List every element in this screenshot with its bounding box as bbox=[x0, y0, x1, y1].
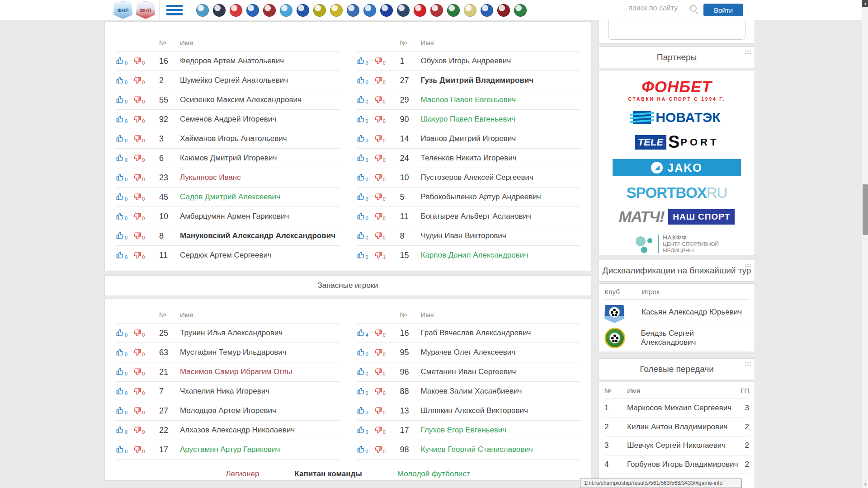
player-name[interactable]: Богатырев Альберт Асланович bbox=[421, 212, 531, 221]
club-logo[interactable] bbox=[481, 4, 493, 17]
thumbs-up-button[interactable]: 0 bbox=[357, 387, 368, 396]
thumbs-up-button[interactable]: 0 bbox=[357, 426, 368, 435]
fnl-cup-logo[interactable]: ФНЛ bbox=[136, 1, 156, 19]
player-name[interactable]: Макоев Залим Хасанбиевич bbox=[421, 387, 522, 396]
player-name[interactable]: Маслов Павел Евгеньевич bbox=[421, 95, 516, 104]
player-name[interactable]: Чхапелия Ника Игоревич bbox=[180, 387, 269, 396]
search-input[interactable] bbox=[628, 4, 686, 12]
player-name[interactable]: Федоров Артем Анатольевич bbox=[180, 56, 284, 66]
player-name[interactable]: Хайманов Игорь Анатольевич bbox=[180, 134, 287, 143]
player-name[interactable]: Пустозеров Алексей Сергеевич bbox=[421, 173, 533, 182]
player-name[interactable]: Трунин Илья Александрович bbox=[180, 328, 283, 338]
thumbs-down-button[interactable]: 0 bbox=[133, 212, 145, 221]
thumbs-down-button[interactable]: 0 bbox=[133, 387, 145, 396]
partner-logo-sportbox[interactable]: SPORTBOXRU bbox=[627, 184, 727, 202]
player-name[interactable]: Сметанин Иван Сергеевич bbox=[421, 367, 516, 376]
club-logo[interactable] bbox=[230, 4, 242, 17]
club-logo[interactable] bbox=[497, 4, 510, 17]
thumbs-up-button[interactable]: 0 bbox=[357, 348, 368, 357]
thumbs-down-button[interactable]: 0 bbox=[133, 56, 145, 66]
login-button[interactable]: Войти bbox=[703, 4, 743, 16]
player-name[interactable]: Иванов Дмитрий Игоревич bbox=[421, 134, 516, 143]
thumbs-up-button[interactable]: 0 bbox=[357, 445, 368, 454]
thumbs-up-button[interactable]: 0 bbox=[116, 387, 127, 396]
thumbs-down-button[interactable]: 0 bbox=[133, 426, 145, 435]
club-logo[interactable] bbox=[464, 4, 476, 17]
player-name[interactable]: Глухов Егор Евгеньевич bbox=[421, 426, 507, 435]
thumbs-down-button[interactable]: 1 bbox=[374, 251, 386, 260]
thumbs-up-button[interactable]: 0 bbox=[116, 445, 127, 454]
thumbs-down-button[interactable]: 0 bbox=[133, 231, 145, 240]
club-logo[interactable] bbox=[213, 4, 226, 17]
thumbs-up-button[interactable]: 0 bbox=[357, 212, 368, 221]
club-logo[interactable] bbox=[447, 4, 460, 17]
thumbs-up-button[interactable]: 0 bbox=[357, 367, 368, 376]
thumbs-down-button[interactable]: 0 bbox=[374, 95, 386, 104]
player-name[interactable]: Осипенко Максим Александрович bbox=[180, 95, 302, 104]
player-name[interactable]: Шумейко Сергей Анатольевич bbox=[180, 76, 288, 85]
thumbs-up-button[interactable]: 0 bbox=[357, 251, 368, 260]
player-name[interactable]: Арустамян Артур Гарикович bbox=[180, 445, 280, 454]
menu-icon[interactable] bbox=[166, 5, 183, 15]
player-name[interactable]: Сердюк Артем Сергеевич bbox=[180, 251, 272, 260]
thumbs-up-button[interactable]: 0 bbox=[116, 406, 127, 415]
partner-logo-fonbet[interactable]: ФОНБЕТ СТАВКИ НА СПОРТ С 1994 Г. bbox=[628, 78, 725, 102]
scrollbar-thumb[interactable] bbox=[863, 184, 868, 235]
player-name[interactable]: Чудин Иван Викторович bbox=[421, 231, 506, 240]
thumbs-down-button[interactable]: 0 bbox=[133, 115, 145, 124]
club-logo[interactable] bbox=[347, 4, 359, 17]
player-name[interactable]: Теленков Никита Игоревич bbox=[421, 154, 517, 163]
fnl-league-logo[interactable]: ФНЛ bbox=[113, 1, 133, 19]
thumbs-up-button[interactable]: 0 bbox=[357, 173, 368, 182]
thumbs-up-button[interactable]: 0 bbox=[116, 115, 127, 124]
club-badge[interactable] bbox=[604, 301, 624, 323]
thumbs-down-button[interactable]: 0 bbox=[133, 406, 145, 415]
thumbs-down-button[interactable]: 0 bbox=[374, 348, 386, 357]
thumbs-up-button[interactable]: 4 bbox=[357, 328, 368, 338]
partner-logo-nakff[interactable]: НАКФФ ЦЕНТР СПОРТИВНОЙ МЕДИЦИНЫ bbox=[635, 234, 719, 254]
player-name[interactable]: Лукьяновс Иванс bbox=[180, 173, 241, 182]
scrollbar-up-arrow[interactable]: ▲ bbox=[862, 0, 868, 7]
club-badge[interactable] bbox=[604, 328, 625, 348]
thumbs-up-button[interactable]: 0 bbox=[116, 56, 127, 66]
drag-handle-icon[interactable] bbox=[745, 263, 751, 268]
thumbs-down-button[interactable]: 0 bbox=[374, 212, 386, 221]
player-name[interactable]: Амбарцумян Армен Гарикович bbox=[180, 212, 289, 221]
thumbs-up-button[interactable]: 0 bbox=[116, 348, 127, 357]
player-name[interactable]: Масимов Самир Ибрагим Оглы bbox=[180, 367, 292, 376]
player-name[interactable]: Граб Вячеслав Александрович bbox=[421, 328, 531, 338]
partner-logo-jako[interactable]: JAKO bbox=[613, 159, 741, 176]
club-logo[interactable] bbox=[430, 4, 443, 17]
player-name[interactable]: Молодцов Артем Игоревич bbox=[180, 406, 276, 415]
player-name[interactable]: Шакуро Павел Евгеньевич bbox=[421, 115, 515, 124]
thumbs-up-button[interactable]: 0 bbox=[357, 406, 368, 415]
thumbs-up-button[interactable]: 0 bbox=[116, 367, 127, 376]
club-logo[interactable] bbox=[514, 4, 527, 17]
partner-logo-telesport[interactable]: TELE S PORT bbox=[635, 132, 719, 152]
search-icon[interactable] bbox=[690, 5, 697, 12]
thumbs-up-button[interactable]: 0 bbox=[357, 115, 368, 124]
club-logo[interactable] bbox=[246, 4, 259, 17]
partner-logo-match-tv[interactable]: МАТЧ! НАШ СПОРТ bbox=[619, 208, 735, 225]
player-name[interactable]: Мустафин Темур Ильдарович bbox=[180, 348, 287, 357]
club-logo[interactable] bbox=[397, 4, 410, 17]
thumbs-down-button[interactable]: 0 bbox=[374, 154, 386, 163]
thumbs-down-button[interactable]: 0 bbox=[374, 426, 386, 435]
thumbs-up-button[interactable]: 0 bbox=[357, 154, 368, 163]
thumbs-down-button[interactable]: 0 bbox=[133, 348, 145, 357]
thumbs-down-button[interactable]: 0 bbox=[133, 445, 145, 454]
thumbs-down-button[interactable]: 0 bbox=[133, 76, 145, 85]
thumbs-down-button[interactable]: 0 bbox=[133, 134, 145, 143]
club-logo[interactable] bbox=[380, 4, 393, 17]
club-logo[interactable] bbox=[280, 4, 292, 17]
thumbs-down-button[interactable]: 0 bbox=[133, 192, 145, 202]
thumbs-up-button[interactable]: 0 bbox=[116, 426, 127, 435]
scrollbar-down-arrow[interactable]: ▼ bbox=[862, 481, 868, 488]
thumbs-down-button[interactable]: 0 bbox=[374, 76, 386, 85]
thumbs-up-button[interactable]: 0 bbox=[116, 76, 127, 85]
thumbs-up-button[interactable]: 0 bbox=[116, 154, 127, 163]
player-name[interactable]: Карпов Данил Александрович bbox=[421, 251, 528, 260]
thumbs-up-button[interactable]: 0 bbox=[116, 134, 127, 143]
player-name[interactable]: Обухов Игорь Андреевич bbox=[421, 56, 511, 66]
thumbs-up-button[interactable]: 0 bbox=[116, 251, 127, 260]
